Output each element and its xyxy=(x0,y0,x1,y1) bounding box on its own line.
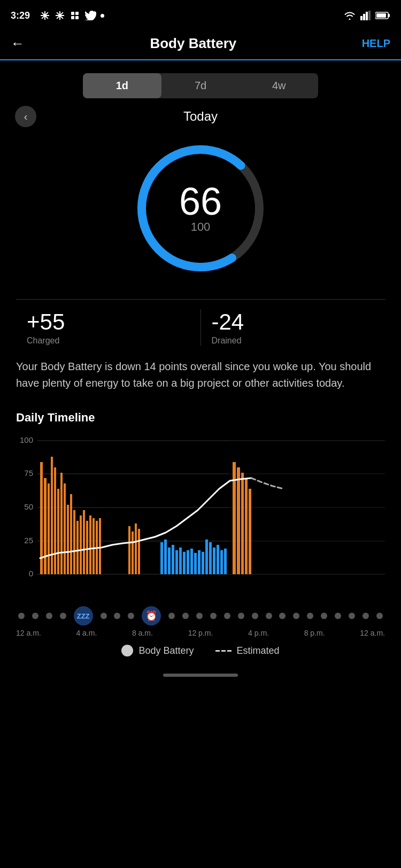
period-1d[interactable]: 1d xyxy=(83,73,161,98)
svg-rect-71 xyxy=(249,489,251,574)
svg-rect-39 xyxy=(86,521,88,574)
svg-rect-34 xyxy=(70,494,72,574)
x-label-8am: 8 a.m. xyxy=(132,629,153,637)
svg-rect-32 xyxy=(64,483,66,574)
svg-rect-1 xyxy=(75,12,79,15)
daily-timeline-title: Daily Timeline xyxy=(16,411,385,425)
svg-rect-58 xyxy=(198,550,200,574)
svg-rect-7 xyxy=(368,11,371,20)
timeline-dot-10pm xyxy=(349,613,355,619)
timeline-dot-5am xyxy=(101,613,107,619)
svg-rect-52 xyxy=(175,550,178,574)
svg-rect-54 xyxy=(183,552,186,574)
stats-row: +55 Charged -24 Drained xyxy=(16,299,385,346)
app-icon-1 xyxy=(40,10,50,21)
svg-rect-4 xyxy=(360,16,363,20)
svg-rect-10 xyxy=(376,13,386,18)
timeline-dot-2pm xyxy=(238,613,244,619)
svg-rect-43 xyxy=(99,518,101,574)
svg-rect-30 xyxy=(57,489,59,574)
status-bar: 3:29 xyxy=(0,0,401,30)
svg-rect-61 xyxy=(209,542,212,574)
legend-estimated: Estimated xyxy=(215,645,280,656)
timeline-dot-7am xyxy=(128,613,134,619)
svg-rect-29 xyxy=(54,467,56,574)
svg-rect-66 xyxy=(229,441,385,574)
period-7d[interactable]: 7d xyxy=(161,73,240,98)
estimated-legend-label: Estimated xyxy=(237,645,280,656)
svg-rect-31 xyxy=(60,473,63,574)
timeline-dots: ZZZ ⏰ xyxy=(11,606,390,625)
svg-rect-55 xyxy=(187,550,189,574)
chevron-left-icon: ‹ xyxy=(24,111,28,123)
date-label: Today xyxy=(183,109,218,124)
top-nav: ← Body Battery HELP xyxy=(0,30,401,60)
status-time: 3:29 xyxy=(11,10,104,21)
timeline-dot-6pm xyxy=(293,613,299,619)
svg-text:25: 25 xyxy=(24,536,33,545)
svg-rect-56 xyxy=(190,549,193,574)
timeline-dot-1am xyxy=(32,613,38,619)
svg-rect-26 xyxy=(44,478,47,574)
charged-value: +55 xyxy=(27,309,190,335)
svg-rect-40 xyxy=(89,515,91,574)
svg-rect-59 xyxy=(202,552,204,574)
period-4w[interactable]: 4w xyxy=(240,73,318,98)
back-button[interactable]: ← xyxy=(11,35,25,52)
svg-rect-67 xyxy=(233,462,236,574)
wifi-icon xyxy=(343,11,356,20)
app-icon-2 xyxy=(55,10,65,21)
time-display: 3:29 xyxy=(11,10,30,21)
svg-text:100: 100 xyxy=(20,435,33,444)
notification-icons xyxy=(40,10,104,21)
x-label-12am-end: 12 a.m. xyxy=(360,629,385,637)
svg-text:0: 0 xyxy=(29,569,33,578)
gauge-svg: 66 100 xyxy=(126,134,275,283)
x-label-4pm: 4 p.m. xyxy=(248,629,269,637)
x-label-12pm: 12 p.m. xyxy=(188,629,213,637)
timeline-dot-8pm xyxy=(321,613,327,619)
svg-rect-6 xyxy=(366,12,368,20)
svg-rect-2 xyxy=(71,16,74,19)
period-selector: 1d 7d 4w xyxy=(83,73,318,98)
x-axis-labels: 12 a.m. 4 a.m. 8 a.m. 12 p.m. 4 p.m. 8 p… xyxy=(11,629,390,637)
svg-rect-41 xyxy=(92,518,95,574)
svg-rect-0 xyxy=(71,12,74,15)
svg-rect-51 xyxy=(172,545,174,574)
timeline-dot-10am xyxy=(182,613,189,619)
drained-stat: -24 Drained xyxy=(201,309,385,346)
estimated-dashes-icon xyxy=(215,650,232,652)
svg-rect-47 xyxy=(138,529,140,574)
svg-rect-53 xyxy=(179,548,182,574)
chart-legend: Body Battery Estimated xyxy=(0,645,401,656)
timeline-dot-6am xyxy=(114,613,120,619)
svg-rect-33 xyxy=(67,505,69,574)
charged-label: Charged xyxy=(27,336,190,346)
prev-day-button[interactable]: ‹ xyxy=(15,106,36,127)
help-button[interactable]: HELP xyxy=(362,37,390,50)
app-icon-3 xyxy=(70,10,80,21)
timeline-dot-4pm xyxy=(266,613,272,619)
svg-rect-60 xyxy=(205,539,208,574)
legend-battery: Body Battery xyxy=(121,645,194,656)
drained-label: Drained xyxy=(212,336,375,346)
svg-rect-45 xyxy=(132,531,134,574)
svg-rect-44 xyxy=(128,526,130,574)
charged-stat: +55 Charged xyxy=(16,309,201,346)
timeline-dot-3am xyxy=(60,613,66,619)
svg-rect-35 xyxy=(73,510,75,574)
timeline-dot-7pm xyxy=(307,613,313,619)
timeline-dot-9pm xyxy=(335,613,341,619)
battery-icon xyxy=(375,11,390,20)
svg-rect-65 xyxy=(224,549,227,574)
battery-gauge: 66 100 xyxy=(0,134,401,283)
alarm-icon: ⏰ xyxy=(142,606,161,625)
status-system-icons xyxy=(343,11,390,20)
svg-rect-38 xyxy=(83,510,85,574)
sleep-icon: ZZZ xyxy=(74,606,93,625)
timeline-dot-11pm xyxy=(363,613,369,619)
timeline-dot-12am-end xyxy=(376,613,383,619)
svg-rect-9 xyxy=(388,14,390,17)
timeline-dot-12pm xyxy=(210,613,217,619)
svg-rect-46 xyxy=(135,523,137,574)
